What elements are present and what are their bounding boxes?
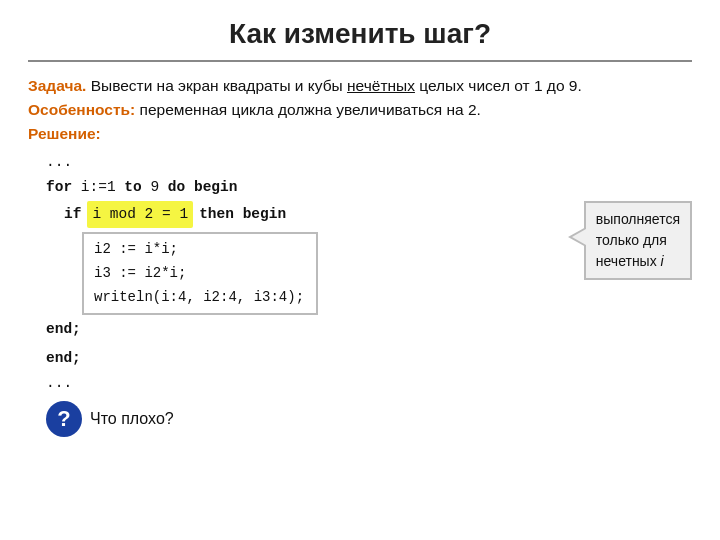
solution-label: Решение: xyxy=(28,122,692,146)
feature-line: Особенность: переменная цикла должна уве… xyxy=(28,98,692,122)
what-bad-text: Что плохо? xyxy=(90,407,174,432)
callout-box: выполняется только для нечетных i xyxy=(584,201,692,280)
code-block: ... for i:=1 to 9 do begin if i mod 2 = … xyxy=(46,150,692,395)
code-end1: end; xyxy=(46,317,554,342)
code-end2: end; xyxy=(46,346,692,371)
code-for-line: for i:=1 to 9 do begin xyxy=(46,175,692,200)
page-title: Как изменить шаг? xyxy=(28,18,692,50)
feature-label: Особенность: xyxy=(28,101,135,118)
if-condition-highlight: i mod 2 = 1 xyxy=(87,201,193,228)
kw-do: do xyxy=(168,179,185,195)
code-dots1: ... xyxy=(46,150,692,175)
kw-for: for xyxy=(46,179,72,195)
callout-line3: нечетных xyxy=(596,253,661,269)
inner-line-2: i3 := i2*i; xyxy=(94,262,304,286)
page: Как изменить шаг? Задача. Вывести на экр… xyxy=(0,0,720,540)
inner-line-1: i2 := i*i; xyxy=(94,238,304,262)
task-text2: целых чисел от 1 до 9. xyxy=(415,77,582,94)
task-label: Задача. xyxy=(28,77,86,94)
callout-italic: i xyxy=(661,253,664,269)
if-row: if i mod 2 = 1 then begin xyxy=(64,201,554,228)
solution-text: Решение: xyxy=(28,125,101,142)
kw-to: to xyxy=(124,179,141,195)
callout-area: if i mod 2 = 1 then begin i2 := i*i; i3 … xyxy=(46,201,692,342)
question-mark: ? xyxy=(57,402,70,436)
bottom-row: ? Что плохо? xyxy=(46,401,692,437)
inner-line-3: writeln(i:4, i2:4, i3:4); xyxy=(94,286,304,310)
kw-if: if xyxy=(64,202,81,227)
inner-code-box: i2 := i*i; i3 := i2*i; writeln(i:4, i2:4… xyxy=(82,232,318,315)
divider xyxy=(28,60,692,62)
callout-line1: выполняется xyxy=(596,211,680,227)
question-circle: ? xyxy=(46,401,82,437)
code-inner-left: if i mod 2 = 1 then begin i2 := i*i; i3 … xyxy=(46,201,554,342)
task-text: Вывести на экран квадраты и кубы xyxy=(86,77,347,94)
callout-line2: только для xyxy=(596,232,667,248)
task-underline: нечётных xyxy=(347,77,415,94)
task-line: Задача. Вывести на экран квадраты и кубы… xyxy=(28,74,692,98)
feature-text: переменная цикла должна увеличиваться на… xyxy=(135,101,481,118)
code-dots2: ... xyxy=(46,371,692,396)
kw-begin: begin xyxy=(194,179,238,195)
kw-then-begin: then begin xyxy=(199,202,286,227)
content-area: Задача. Вывести на экран квадраты и кубы… xyxy=(28,74,692,437)
